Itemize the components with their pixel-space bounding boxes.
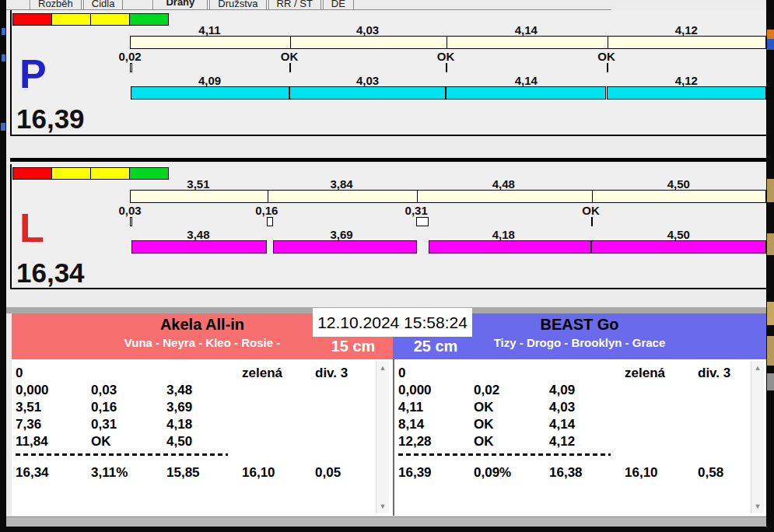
table-cell: 11,84	[16, 434, 87, 450]
lane-letter: L	[19, 208, 44, 248]
desktop-fragment	[767, 179, 774, 202]
table-totals-cell: 16,10	[242, 465, 312, 481]
crossing-ok-tick	[446, 63, 447, 72]
desktop-fragment	[767, 336, 774, 366]
crossing-label: OK	[411, 50, 481, 63]
desktop-fragment	[767, 373, 774, 390]
crossing-gap-marker	[130, 63, 132, 72]
tab-bar: RozběhČidlaDráhyDružstvaRR / STDE	[6, 0, 766, 10]
table-cell: 12,28	[398, 434, 470, 450]
sensor-time-label: 4,14	[446, 23, 606, 37]
table-cell: 4,50	[166, 434, 238, 450]
traffic-light-cell	[90, 13, 130, 26]
table-cell: OK	[91, 434, 163, 450]
vertical-scrollbar[interactable]: ▲ ▼	[751, 361, 764, 513]
desktop-fragment	[767, 302, 774, 325]
crossing-gap-marker	[130, 217, 132, 226]
dog-time-label: 4,12	[607, 74, 766, 87]
results-table-right: ▲ ▼ 0zelenádiv. 30,0000,024,094,11OK4,03…	[394, 359, 766, 516]
lane-panel-l: L 16,34 3,513,844,484,500,030,160,31OK3,…	[10, 164, 766, 289]
table-totals-cell: 16,39	[398, 465, 470, 481]
crossing-ok-tick	[289, 63, 291, 72]
dog-bar-segment	[429, 240, 591, 254]
traffic-light-cell	[51, 13, 91, 26]
crossing-gap-marker	[267, 217, 273, 226]
table-header-cell: div. 3	[698, 366, 756, 381]
sensor-time-label: 4,12	[607, 23, 766, 37]
crossing-label: 0,02	[95, 50, 165, 63]
table-cell: OK	[474, 434, 545, 450]
sensor-bar-divider	[447, 37, 447, 48]
dog-time-label: 4,09	[130, 74, 289, 87]
table-header-cell: 0	[16, 366, 87, 381]
crossing-label: OK	[572, 50, 642, 63]
table-cell: 0,000	[398, 383, 470, 398]
desktop-edge-left	[0, 0, 6, 532]
table-cell: 4,14	[549, 417, 621, 432]
dog-bar-segment	[289, 86, 446, 100]
table-header-cell: zelená	[625, 366, 695, 381]
table-totals-cell: 0,09%	[474, 465, 545, 481]
table-totals-cell: 0,05	[315, 465, 373, 481]
dog-bar-segment	[446, 86, 606, 100]
table-cell: 3,48	[166, 383, 238, 398]
table-totals-cell: 16,10	[625, 465, 695, 481]
sensor-time-label: 3,84	[267, 177, 416, 191]
sensor-bar-divider	[268, 191, 268, 202]
table-cell: 0,31	[91, 417, 163, 432]
desktop-fragment	[767, 233, 774, 255]
lane-total-time: 16,34	[16, 259, 85, 286]
table-cell: 4,12	[549, 434, 621, 450]
results-divider	[393, 359, 394, 516]
table-totals-cell: 15,85	[166, 465, 238, 481]
desktop-fragment	[2, 54, 5, 61]
scroll-up-button[interactable]: ▲	[376, 362, 389, 373]
sensor-bar-divider	[592, 191, 593, 202]
jump-height-left: 15 cm	[313, 338, 394, 358]
sensor-bar-divider	[417, 191, 418, 202]
traffic-light-cell	[90, 167, 130, 180]
scroll-down-button[interactable]: ▼	[751, 501, 764, 512]
table-header-cell: div. 3	[315, 366, 373, 381]
vertical-scrollbar[interactable]: ▲ ▼	[376, 361, 389, 513]
table-cell: 4,11	[398, 400, 470, 415]
table-cell: 0,03	[91, 383, 163, 398]
sensor-time-label: 4,11	[130, 23, 289, 37]
sensor-time-label: 4,50	[591, 177, 766, 191]
dog-time-label: 4,14	[446, 74, 606, 87]
results-table-left: ▲ ▼ 0zelenádiv. 30,0000,033,483,510,163,…	[12, 359, 393, 516]
datetime-display: 12.10.2024 15:58:24	[313, 308, 472, 337]
table-cell: 4,03	[549, 400, 621, 415]
dog-time-label: 3,48	[130, 228, 267, 241]
table-header-cell: 0	[398, 366, 470, 381]
lane-total-time: 16,39	[16, 105, 85, 132]
bottom-status-band	[6, 516, 766, 527]
crossing-label: OK	[254, 50, 324, 63]
crossing-label: 0,03	[95, 204, 165, 217]
table-cell: OK	[474, 417, 545, 432]
dog-time-label: 4,03	[289, 74, 446, 87]
traffic-light-cell	[12, 167, 52, 180]
desktop-fragment	[767, 30, 774, 39]
table-cell: OK	[474, 400, 545, 415]
crossing-label: 0,31	[381, 204, 451, 217]
table-cell: 3,69	[166, 400, 238, 415]
dog-bar-segment	[131, 240, 267, 254]
desktop-fragment	[1, 123, 5, 131]
table-header-cell: zelená	[242, 366, 312, 381]
jump-height-right: 25 cm	[394, 338, 478, 358]
crossing-ok-tick	[591, 217, 593, 226]
dog-bar-segment	[607, 86, 766, 100]
lane-separator	[10, 158, 766, 162]
dog-time-label: 4,18	[416, 228, 590, 241]
table-cell: 0,16	[91, 400, 163, 415]
table-cell: 4,09	[549, 383, 621, 398]
desktop-fragment	[767, 39, 774, 50]
dog-bar-segment	[591, 240, 766, 254]
table-cell: 7,36	[16, 417, 87, 432]
table-totals-cell: 16,38	[549, 465, 621, 481]
table-cell: 0,000	[16, 383, 87, 398]
scroll-down-button[interactable]: ▼	[376, 501, 389, 512]
table-cell: 0,02	[474, 383, 545, 398]
sensor-bar	[130, 36, 766, 49]
